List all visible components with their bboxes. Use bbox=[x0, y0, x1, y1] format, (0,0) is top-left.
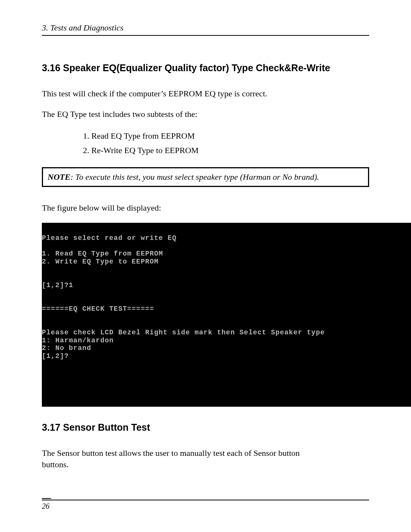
subtest-item: Re-Write EQ Type to EEPROM bbox=[91, 143, 369, 157]
note-box: NOTE: To execute this test, you must sel… bbox=[42, 167, 369, 187]
note-text: : To execute this test, you must select … bbox=[70, 172, 319, 182]
figure-intro: The figure below will be displayed: bbox=[42, 202, 369, 214]
note-label: NOTE bbox=[48, 172, 70, 182]
footer: 26 bbox=[42, 498, 369, 511]
subtests-intro: The EQ Type test includes two subtests o… bbox=[42, 109, 369, 120]
section-3-16-heading: 3.16 Speaker EQ(Equalizer Quality factor… bbox=[42, 62, 369, 73]
subtest-item: Read EQ Type from EEPROM bbox=[91, 129, 369, 143]
page-number: 26 bbox=[42, 502, 369, 511]
section-3-17-body: The Sensor button test allows the user t… bbox=[42, 447, 316, 470]
running-head: 3. Tests and Diagnostics bbox=[42, 23, 369, 33]
header-rule bbox=[42, 35, 369, 36]
terminal-screenshot: Please select read or write EQ 1. Read E… bbox=[42, 223, 411, 407]
subtests-list: Read EQ Type from EEPROM Re-Write EQ Typ… bbox=[42, 129, 369, 157]
footer-rule-short bbox=[42, 498, 51, 499]
section-3-17-heading: 3.17 Sensor Button Test bbox=[42, 422, 369, 433]
footer-rule-long bbox=[42, 500, 369, 500]
section-3-16-intro: This test will check if the computer’s E… bbox=[42, 88, 369, 99]
page: 3. Tests and Diagnostics 3.16 Speaker EQ… bbox=[0, 0, 411, 532]
